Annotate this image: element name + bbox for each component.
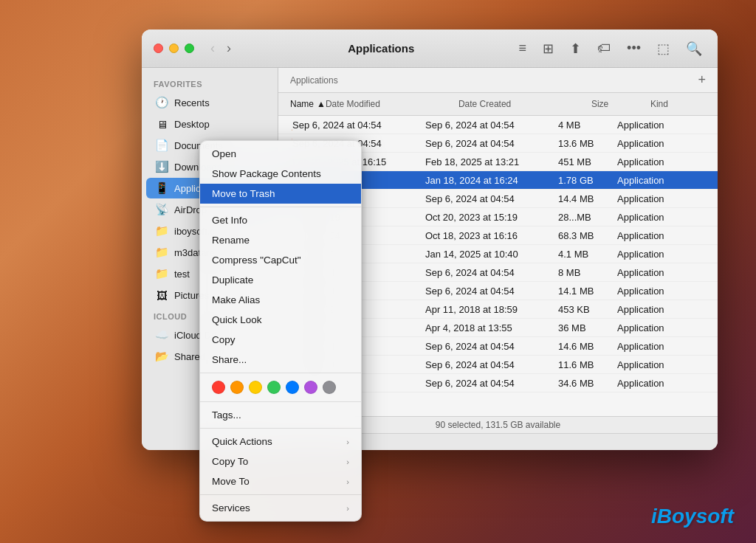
breadcrumb-bar: Applications + xyxy=(278,68,718,93)
file-date-created: Apr 4, 2018 at 13:55 xyxy=(425,322,558,333)
menu-item-label: Share... xyxy=(212,354,247,365)
table-row[interactable]: 🧮 Calculator Sep 6, 2024 at 04:54 Sep 6,… xyxy=(278,116,718,134)
color-dot-red[interactable] xyxy=(212,381,225,394)
menu-item-get-info[interactable]: Get Info xyxy=(200,210,361,230)
color-dot-purple[interactable] xyxy=(304,381,317,394)
file-date-modified: Sep 6, 2024 at 04:54 xyxy=(292,120,425,131)
close-button[interactable] xyxy=(154,44,163,53)
window-title: Applications xyxy=(247,42,515,55)
file-kind: Application xyxy=(617,267,706,278)
menu-item-show-package[interactable]: Show Package Contents xyxy=(200,164,361,184)
file-size: 34.6 MB xyxy=(558,378,617,389)
sidebar-item-label: test xyxy=(174,269,190,280)
menu-divider xyxy=(200,207,361,207)
menu-item-label: Get Info xyxy=(212,215,247,226)
m3datareco-icon: 📁 xyxy=(155,246,168,259)
col-header-date-created[interactable]: Date Created xyxy=(458,96,591,112)
menu-item-move-to[interactable]: Move To › xyxy=(200,471,361,491)
test-icon: 📁 xyxy=(155,267,168,280)
col-header-date-modified[interactable]: Date Modified xyxy=(326,96,458,112)
iboysoft-watermark: iBoysoft xyxy=(651,505,734,528)
menu-item-open[interactable]: Open xyxy=(200,144,361,164)
menu-item-copy-to[interactable]: Copy To › xyxy=(200,452,361,471)
menu-item-quick-actions[interactable]: Quick Actions › xyxy=(200,432,361,452)
file-date-created: Sep 6, 2024 at 04:54 xyxy=(425,138,558,149)
file-size: 36 MB xyxy=(558,322,617,333)
color-dot-orange[interactable] xyxy=(230,381,244,394)
breadcrumb: Applications xyxy=(290,75,338,86)
menu-item-label: Show Package Contents xyxy=(212,168,321,179)
file-date-created: Sep 6, 2024 at 04:54 xyxy=(425,286,558,297)
view-list-button[interactable]: ≡ xyxy=(515,38,531,58)
menu-item-compress[interactable]: Compress "CapCut" xyxy=(200,250,361,270)
menu-item-move-to-trash[interactable]: Move to Trash xyxy=(200,184,361,204)
menu-item-label: Copy xyxy=(212,334,236,345)
menu-item-label: Copy To xyxy=(212,456,248,467)
nav-buttons: ‹ › xyxy=(206,39,236,58)
file-kind: Application xyxy=(617,193,706,204)
menu-item-make-alias[interactable]: Make Alias xyxy=(200,290,361,310)
file-size: 11.6 MB xyxy=(558,359,617,370)
sidebar-item-desktop[interactable]: 🖥 Desktop xyxy=(146,114,273,134)
favorites-label: Favorites xyxy=(142,74,278,91)
title-bar: ‹ › Applications ≡ ⊞ ⬆ 🏷 ••• ⬚ 🔍 xyxy=(142,30,718,68)
color-dot-gray[interactable] xyxy=(323,381,336,394)
shared-icon: 📂 xyxy=(155,350,168,363)
menu-item-label: Compress "CapCut" xyxy=(212,255,301,266)
menu-item-rename[interactable]: Rename xyxy=(200,230,361,250)
share-button[interactable]: ⬆ xyxy=(566,38,585,59)
menu-item-duplicate[interactable]: Duplicate xyxy=(200,270,361,290)
extensions-button[interactable]: ⬚ xyxy=(653,38,673,59)
file-date-created: Jan 18, 2024 at 16:24 xyxy=(425,175,558,186)
desktop-icon: 🖥 xyxy=(155,117,168,131)
submenu-arrow: › xyxy=(346,437,349,446)
minimize-button[interactable] xyxy=(169,44,179,53)
file-date-created: Sep 6, 2024 at 04:54 xyxy=(425,120,558,131)
file-date-created: Sep 6, 2024 at 04:54 xyxy=(425,193,558,204)
color-dot-green[interactable] xyxy=(267,381,281,394)
file-size: 1.78 GB xyxy=(558,175,617,186)
menu-item-copy[interactable]: Copy xyxy=(200,330,361,350)
traffic-lights xyxy=(154,44,194,53)
file-date-created: Feb 18, 2025 at 13:21 xyxy=(425,156,558,167)
menu-item-services[interactable]: Services › xyxy=(200,498,361,518)
add-tab-button[interactable]: + xyxy=(698,72,706,88)
file-kind: Application xyxy=(617,212,706,223)
tag-button[interactable]: 🏷 xyxy=(594,38,614,58)
sidebar-item-recents[interactable]: 🕐 Recents xyxy=(146,92,273,113)
color-tags xyxy=(200,376,361,398)
applications-icon: 📱 xyxy=(155,181,168,195)
menu-item-label: Quick Actions xyxy=(212,436,272,447)
column-headers: Name ▲ Date Modified Date Created Size K… xyxy=(278,93,718,116)
downloads-icon: ⬇️ xyxy=(155,160,168,173)
menu-divider xyxy=(200,401,361,402)
menu-item-tags[interactable]: Tags... xyxy=(200,405,361,425)
col-header-name[interactable]: Name ▲ xyxy=(290,96,326,112)
col-header-kind[interactable]: Kind xyxy=(650,96,718,112)
iboysoft-icon: 📁 xyxy=(155,224,168,238)
recents-icon: 🕐 xyxy=(155,96,168,109)
submenu-arrow: › xyxy=(346,477,349,486)
color-dot-yellow[interactable] xyxy=(249,381,262,394)
menu-item-share[interactable]: Share... xyxy=(200,350,361,370)
search-button[interactable]: 🔍 xyxy=(682,38,706,59)
toolbar-actions: ≡ ⊞ ⬆ 🏷 ••• ⬚ 🔍 xyxy=(515,38,706,59)
pictures-icon: 🖼 xyxy=(155,288,168,302)
sidebar-item-label: Recents xyxy=(174,97,210,108)
file-size: 453 KB xyxy=(558,304,617,315)
file-size: 14.4 MB xyxy=(558,193,617,204)
file-date-created: Apr 11, 2018 at 18:59 xyxy=(425,304,558,315)
file-date-created: Jan 14, 2025 at 10:40 xyxy=(425,249,558,260)
icloud-drive-icon: ☁️ xyxy=(155,328,168,342)
maximize-button[interactable] xyxy=(185,44,194,53)
forward-button[interactable]: › xyxy=(222,39,236,58)
file-kind: Application xyxy=(617,249,706,260)
view-grid-button[interactable]: ⊞ xyxy=(539,38,557,59)
menu-item-quick-look[interactable]: Quick Look xyxy=(200,310,361,330)
submenu-arrow: › xyxy=(346,504,349,513)
color-dot-blue[interactable] xyxy=(286,381,299,394)
back-button[interactable]: ‹ xyxy=(206,39,219,58)
menu-item-label: Move To xyxy=(212,476,250,487)
col-header-size[interactable]: Size xyxy=(591,96,650,112)
more-button[interactable]: ••• xyxy=(623,38,645,58)
